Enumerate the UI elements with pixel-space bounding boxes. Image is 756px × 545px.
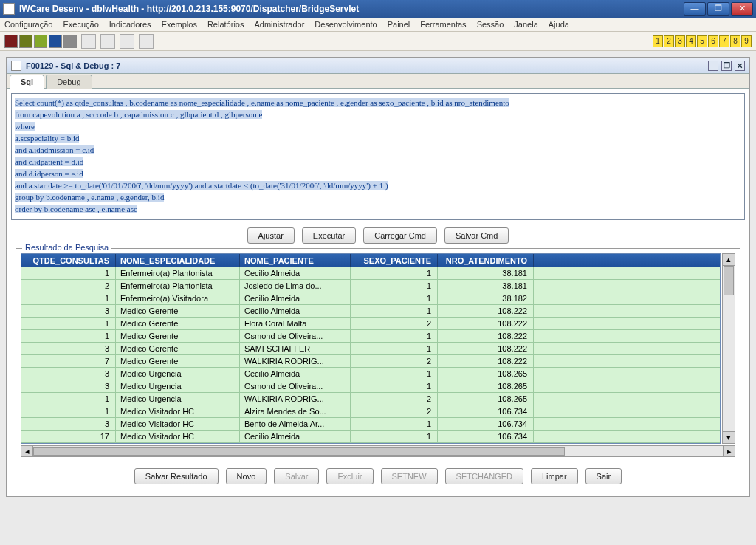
subwindow-close-icon[interactable]: ⨯ <box>735 61 745 71</box>
color-swatch-3[interactable] <box>34 35 47 48</box>
color-swatch-1[interactable] <box>4 35 18 48</box>
table-cell: 7 <box>21 355 116 367</box>
menu-execucao[interactable]: Execução <box>63 20 98 29</box>
table-row[interactable]: 1Enfermeiro(a) PlantonistaCecilio Almeid… <box>21 267 720 280</box>
menu-administrador[interactable]: Administrador <box>254 20 304 29</box>
numcell-6[interactable]: 6 <box>708 35 718 47</box>
vertical-scrollbar[interactable]: ▴ ▾ <box>722 253 735 444</box>
menu-ferramentas[interactable]: Ferramentas <box>420 20 466 29</box>
toolbar-icon-4[interactable] <box>139 34 154 49</box>
tab-debug[interactable]: Debug <box>46 75 92 89</box>
table-row[interactable]: 1Medico GerenteOsmond de Oliveira...1108… <box>21 330 720 343</box>
numcell-4[interactable]: 4 <box>686 35 696 47</box>
table-cell: Medico Gerente <box>116 330 240 342</box>
salvar-resultado-button[interactable]: Salvar Resultado <box>134 468 219 484</box>
table-row[interactable]: 17Medico Visitador HCCecilio Almeida1106… <box>21 431 720 443</box>
toolbar-icon-1[interactable] <box>81 34 96 49</box>
menu-configuracao[interactable]: Configuração <box>4 20 52 29</box>
sair-button[interactable]: Sair <box>585 468 622 484</box>
minimize-button[interactable]: — <box>684 2 706 16</box>
table-cell: 3 <box>21 368 116 380</box>
col-sexo-paciente[interactable]: SEXO_PACIENTE <box>351 254 438 267</box>
table-cell: Josiedo de Lima do... <box>240 280 351 292</box>
table-cell: 3 <box>21 380 116 392</box>
table-row[interactable]: 3Medico GerenteCecilio Almeida1108.222 <box>21 305 720 318</box>
table-row[interactable]: 1Enfermeiro(a) VisitadoraCecilio Almeida… <box>21 292 720 305</box>
menu-ajuda[interactable]: Ajuda <box>549 20 569 29</box>
menu-janela[interactable]: Janela <box>514 20 537 29</box>
numcell-5[interactable]: 5 <box>697 35 707 47</box>
subwindow-maximize-icon[interactable]: ❐ <box>721 61 732 71</box>
horizontal-scrollbar[interactable]: ◂ ▸ <box>21 445 735 457</box>
col-nome-especialidade[interactable]: NOME_ESPECIALIDADE <box>116 254 240 267</box>
table-cell: 108.222 <box>438 330 534 342</box>
number-strip: 1 2 3 4 5 6 7 8 9 <box>653 35 752 47</box>
table-cell: 3 <box>21 343 116 354</box>
table-row[interactable]: 3Medico Visitador HCBento de Almeida Ar.… <box>21 418 720 431</box>
numcell-1[interactable]: 1 <box>653 35 663 47</box>
ajustar-button[interactable]: Ajustar <box>247 227 295 244</box>
sql-line: group by b.codename , e.name , e.gender,… <box>15 193 164 202</box>
table-cell: 108.265 <box>438 393 534 405</box>
numcell-2[interactable]: 2 <box>664 35 674 47</box>
sql-line: where <box>15 122 35 131</box>
table-cell: Medico Visitador HC <box>116 405 240 417</box>
setchanged-button[interactable]: SETCHANGED <box>445 468 523 484</box>
scroll-right-icon[interactable]: ▸ <box>723 446 735 456</box>
subwindow-minimize-icon[interactable]: _ <box>708 61 718 71</box>
col-nome-paciente[interactable]: NOME_PACIENTE <box>240 254 351 267</box>
table-row[interactable]: 3Medico UrgenciaOsmond de Oliveira...110… <box>21 380 720 393</box>
excluir-button[interactable]: Excluir <box>326 468 373 484</box>
color-swatch-2[interactable] <box>19 35 32 48</box>
executar-button[interactable]: Executar <box>302 227 356 244</box>
scroll-thumb[interactable] <box>724 266 734 295</box>
scroll-up-icon[interactable]: ▴ <box>723 254 735 266</box>
menu-indicadores[interactable]: Indicadores <box>109 20 151 29</box>
table-cell: Cecilio Almeida <box>240 431 351 442</box>
close-button[interactable]: ✕ <box>731 2 753 16</box>
carregar-cmd-button[interactable]: Carregar Cmd <box>363 227 437 244</box>
salvar-button[interactable]: Salvar <box>274 468 319 484</box>
menu-painel[interactable]: Painel <box>388 20 410 29</box>
novo-button[interactable]: Novo <box>226 468 267 484</box>
limpar-button[interactable]: Limpar <box>531 468 578 484</box>
setnew-button[interactable]: SETNEW <box>381 468 438 484</box>
table-cell: Cecilio Almeida <box>240 267 351 279</box>
table-row[interactable]: 1Medico UrgenciaWALKIRIA RODRIG...2108.2… <box>21 393 720 405</box>
table-row[interactable]: 3Medico GerenteSAMI SCHAFFER1108.222 <box>21 343 720 355</box>
table-row[interactable]: 1Medico GerenteFlora Coral Malta2108.222 <box>21 318 720 330</box>
numcell-8[interactable]: 8 <box>730 35 740 47</box>
table-cell: 2 <box>351 355 438 367</box>
color-swatch-5[interactable] <box>63 35 77 48</box>
col-nro-atendimento[interactable]: NRO_ATENDIMENTO <box>438 254 534 267</box>
color-swatch-4[interactable] <box>49 35 62 48</box>
numcell-9[interactable]: 9 <box>741 35 752 47</box>
menu-exemplos[interactable]: Exemplos <box>162 20 197 29</box>
table-cell: Cecilio Almeida <box>240 292 351 304</box>
table-cell: 108.222 <box>438 318 534 329</box>
scroll-left-icon[interactable]: ◂ <box>21 446 33 456</box>
maximize-button[interactable]: ❐ <box>707 2 729 16</box>
table-cell: 38.181 <box>438 280 534 292</box>
hscroll-thumb[interactable] <box>33 447 565 456</box>
table-cell: Medico Gerente <box>116 305 240 317</box>
result-grid[interactable]: QTDE_CONSULTAS NOME_ESPECIALIDADE NOME_P… <box>21 253 721 444</box>
table-cell: Medico Gerente <box>116 318 240 329</box>
table-row[interactable]: 3Medico UrgenciaCecilio Almeida1108.265 <box>21 368 720 380</box>
sql-text-area[interactable]: Select count(*) as qtde_consultas , b.co… <box>11 93 745 220</box>
col-qtde-consultas[interactable]: QTDE_CONSULTAS <box>21 254 116 267</box>
menu-sessao[interactable]: Sessão <box>477 20 504 29</box>
numcell-7[interactable]: 7 <box>719 35 729 47</box>
numcell-3[interactable]: 3 <box>675 35 685 47</box>
table-cell: Flora Coral Malta <box>240 318 351 329</box>
menu-relatorios[interactable]: Relatórios <box>207 20 244 29</box>
toolbar-icon-3[interactable] <box>120 34 134 49</box>
toolbar-icon-2[interactable] <box>100 34 115 49</box>
table-row[interactable]: 7Medico GerenteWALKIRIA RODRIG...2108.22… <box>21 355 720 368</box>
table-row[interactable]: 2Enfermeiro(a) PlantonistaJosiedo de Lim… <box>21 280 720 292</box>
tab-sql[interactable]: Sql <box>10 75 44 89</box>
table-row[interactable]: 1Medico Visitador HCAlzira Mendes de So.… <box>21 405 720 418</box>
salvar-cmd-button[interactable]: Salvar Cmd <box>444 227 509 244</box>
menu-desenvolvimento[interactable]: Desenvolvimento <box>315 20 377 29</box>
scroll-down-icon[interactable]: ▾ <box>723 431 735 443</box>
